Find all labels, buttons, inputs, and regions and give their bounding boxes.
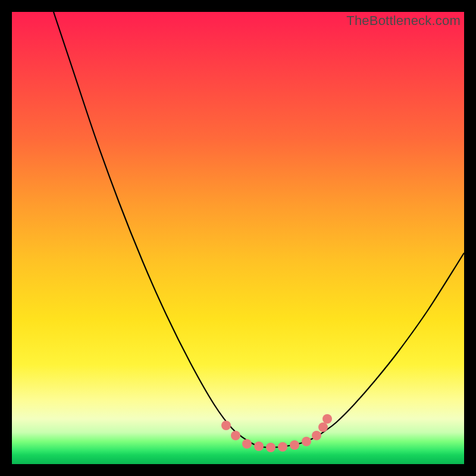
highlight-dot [302, 437, 311, 446]
highlight-dot [290, 440, 299, 450]
highlight-dot [231, 431, 240, 440]
highlight-dot [254, 441, 264, 451]
plot-svg [12, 12, 464, 464]
highlight-dot [318, 422, 328, 432]
highlight-dot [278, 442, 287, 452]
bottleneck-curve [54, 12, 464, 447]
highlight-dot [242, 439, 252, 449]
highlight-dot [266, 443, 275, 452]
highlight-dot [312, 431, 321, 440]
marker-group [221, 414, 332, 452]
chart-frame: TheBottleneck.com [12, 12, 464, 464]
highlight-dot [221, 421, 231, 430]
highlight-dot [322, 414, 332, 424]
